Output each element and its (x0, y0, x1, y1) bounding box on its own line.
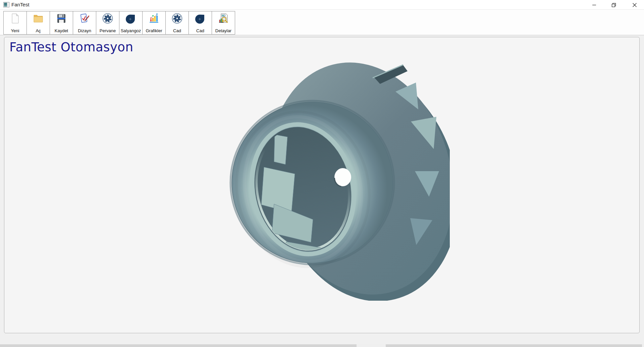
page-title: FanTest Otomasyon (9, 40, 133, 54)
scrollbar-track-gap (357, 344, 386, 347)
minimize-icon (592, 3, 596, 7)
impeller-fan-icon (102, 13, 113, 24)
main-toolbar: Yeni Aç Kaydet (0, 10, 644, 35)
application-window: FanTest Yeni (0, 0, 644, 347)
toolbar-label: Pervane (100, 29, 116, 33)
toolbar-button-kaydet[interactable]: Kaydet (50, 11, 73, 35)
save-floppy-icon (56, 13, 67, 24)
close-icon (632, 3, 637, 7)
volute-icon (125, 13, 137, 24)
model-viewport-panel: FanTest Otomasyon (4, 37, 640, 333)
app-icon (3, 2, 9, 8)
toolbar-label: Cad (196, 29, 204, 33)
toolbar-label: Yeni (11, 29, 19, 33)
toolbar-button-grafikler[interactable]: Grafikler (142, 11, 166, 35)
toolbar-label: Dizayn (78, 29, 91, 33)
charts-icon (148, 13, 160, 24)
open-folder-icon (33, 13, 44, 24)
details-report-icon (218, 13, 229, 24)
restore-button[interactable] (606, 0, 622, 10)
horizontal-scrollbar[interactable] (0, 344, 644, 347)
toolbar-label: Salyangoz (121, 29, 141, 33)
scrollbar-track-gap (642, 344, 644, 347)
minimize-button[interactable] (586, 0, 602, 10)
toolbar-button-dizayn[interactable]: Dizayn (73, 11, 96, 35)
toolbar-label: Cad (173, 29, 181, 33)
toolbar-button-salyangoz[interactable]: Salyangoz (119, 11, 143, 35)
toolbar-button-ac[interactable]: Aç (26, 11, 50, 35)
toolbar-button-pervane[interactable]: Pervane (96, 11, 119, 35)
toolbar-label: Aç (36, 29, 41, 33)
toolbar-button-cad-pervane[interactable]: Cad (165, 11, 189, 35)
volute-icon (195, 13, 206, 24)
design-clipboard-icon (79, 13, 90, 24)
restore-icon (611, 3, 616, 7)
toolbar-label: Kaydet (55, 29, 68, 33)
toolbar-button-yeni[interactable]: Yeni (3, 11, 27, 35)
new-document-icon (9, 13, 21, 24)
title-bar[interactable]: FanTest (0, 0, 644, 10)
close-button[interactable] (625, 0, 644, 10)
fan-3d-model[interactable] (228, 59, 450, 301)
toolbar-label: Grafikler (146, 29, 162, 33)
toolbar-button-detaylar[interactable]: Detaylar (212, 11, 235, 35)
toolbar-label: Detaylar (215, 29, 231, 33)
window-title: FanTest (11, 2, 29, 7)
toolbar-button-cad-salyangoz[interactable]: Cad (189, 11, 212, 35)
impeller-fan-icon (171, 13, 183, 24)
